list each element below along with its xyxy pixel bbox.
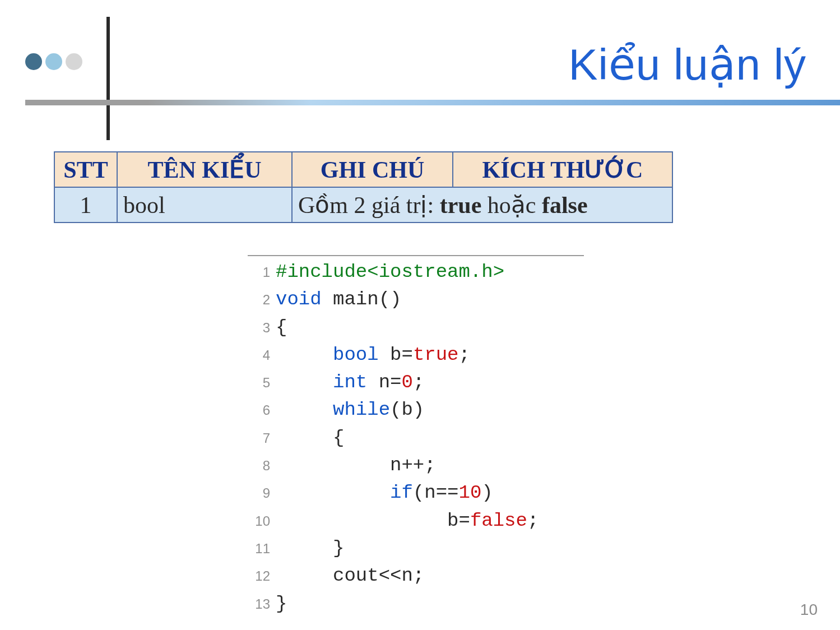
dot-icon — [25, 53, 42, 70]
tok-literal: true — [413, 344, 459, 365]
line-number: 12 — [248, 567, 276, 586]
table-header-row: STT TÊN KIỂU GHI CHÚ KÍCH THƯỚC — [54, 152, 672, 187]
cell-stt: 1 — [54, 187, 117, 223]
tok-ident: n++; — [390, 455, 436, 476]
code-line: 6 while(b) — [248, 396, 584, 424]
pad — [276, 538, 333, 559]
tok-keyword: void — [276, 289, 322, 310]
tok-literal: false — [470, 510, 527, 531]
col-header-kich: KÍCH THƯỚC — [453, 152, 672, 187]
tok-punct: ) — [481, 482, 493, 503]
line-number: 5 — [248, 373, 276, 393]
tok-preproc: #include<iostream.h> — [276, 261, 504, 282]
tok-punct: { — [333, 427, 344, 448]
line-number: 2 — [248, 290, 276, 310]
dot-icon — [66, 53, 82, 70]
code-line: 11 } — [248, 535, 584, 562]
tok-punct: } — [333, 538, 344, 559]
line-number: 13 — [248, 595, 276, 614]
slide-title: Kiểu luận lý — [569, 39, 807, 90]
code-line: 1 #include<iostream.h> — [248, 258, 584, 286]
code-line: 7 { — [248, 424, 584, 452]
line-number: 6 — [248, 401, 276, 420]
code-line: 13 } — [248, 590, 584, 618]
code-line: 8 n++; — [248, 452, 584, 479]
tok-literal: 10 — [458, 482, 481, 503]
pad — [276, 565, 333, 586]
line-number: 8 — [248, 456, 276, 476]
tok-ident: n= — [367, 372, 401, 393]
pad — [276, 427, 333, 448]
tok-ident: b= — [379, 344, 413, 365]
tok-punct: ; — [527, 510, 539, 531]
code-line: 4 bool b=true; — [248, 341, 584, 369]
code-line: 9 if(n==10) — [248, 479, 584, 507]
code-line: 3 { — [248, 314, 584, 341]
tok-ident: main() — [322, 289, 402, 310]
type-table: STT TÊN KIỂU GHI CHÚ KÍCH THƯỚC 1 bool G… — [54, 151, 673, 223]
tok-keyword: bool — [333, 344, 379, 365]
tok-ident: b= — [447, 510, 470, 531]
line-number: 9 — [248, 484, 276, 503]
tok-keyword: int — [333, 372, 367, 393]
note-prefix: Gồm 2 giá trị: — [298, 192, 440, 218]
slide-bullet-dots — [25, 53, 82, 70]
dot-icon — [45, 53, 62, 70]
cell-note: Gồm 2 giá trị: true hoặc false — [292, 187, 672, 223]
line-number: 4 — [248, 346, 276, 365]
col-header-stt: STT — [54, 152, 117, 187]
tok-keyword: while — [333, 399, 390, 420]
tok-ident: cout<<n; — [333, 565, 424, 586]
code-line: 2 void main() — [248, 286, 584, 313]
line-number: 11 — [248, 539, 276, 559]
tok-punct: ; — [459, 344, 470, 365]
col-header-ghi: GHI CHÚ — [292, 152, 453, 187]
col-header-ten: TÊN KIỂU — [117, 152, 292, 187]
code-line: 10 b=false; — [248, 507, 584, 535]
page-number: 10 — [800, 601, 818, 619]
line-number: 1 — [248, 263, 276, 282]
tok-literal: 0 — [401, 372, 412, 393]
tok-ident: (b) — [390, 399, 424, 420]
code-sample: 1 #include<iostream.h> 2 void main() 3 {… — [248, 255, 584, 618]
tok-punct: } — [276, 593, 287, 614]
vertical-rule — [106, 17, 110, 140]
code-line: 12 cout<<n; — [248, 562, 584, 590]
note-true: true — [440, 192, 482, 218]
pad — [276, 399, 333, 420]
cell-ten: bool — [117, 187, 292, 223]
tok-ident: (n== — [413, 482, 459, 503]
pad — [276, 344, 333, 365]
tok-keyword: if — [390, 482, 413, 503]
line-number: 10 — [248, 512, 276, 531]
line-number: 7 — [248, 429, 276, 448]
note-false: false — [542, 192, 588, 218]
horizontal-rule — [25, 100, 840, 105]
note-mid: hoặc — [481, 192, 542, 218]
code-line: 5 int n=0; — [248, 369, 584, 396]
tok-punct: ; — [413, 372, 424, 393]
pad — [276, 510, 447, 531]
line-number: 3 — [248, 318, 276, 338]
pad — [276, 455, 390, 476]
pad — [276, 372, 333, 393]
tok-punct: { — [276, 317, 287, 338]
pad — [276, 482, 390, 503]
table-row: 1 bool Gồm 2 giá trị: true hoặc false — [54, 187, 672, 223]
